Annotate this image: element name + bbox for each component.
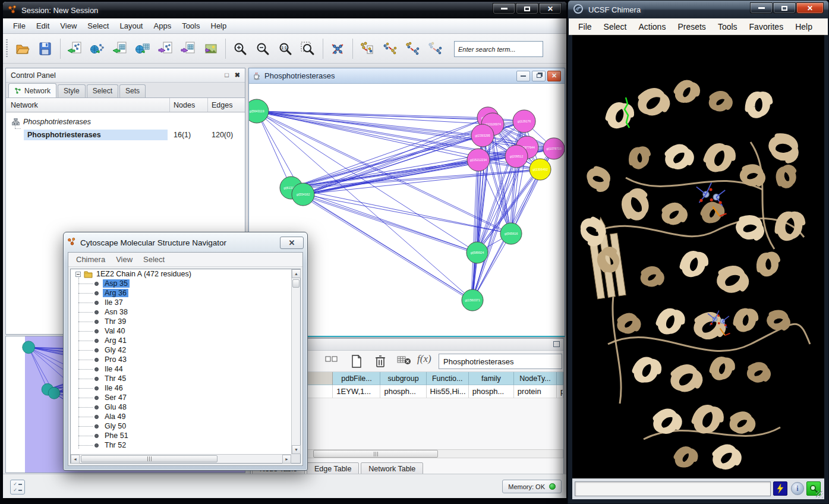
select-columns-icon[interactable] xyxy=(325,355,338,363)
open-file-icon[interactable] xyxy=(14,40,31,58)
chain-root-row[interactable]: 1EZ2 Chain A (472 residues) xyxy=(71,269,291,279)
residue-row[interactable]: Phe 51 xyxy=(71,431,291,440)
chimera-command-input[interactable] xyxy=(575,481,771,496)
residue-row[interactable]: Glu 48 xyxy=(71,402,291,412)
table-cell-6[interactable]: p xyxy=(557,385,563,398)
chimera-close-button[interactable]: ✕ xyxy=(796,2,824,14)
dialog-menu-view[interactable]: View xyxy=(111,253,138,266)
residue-row[interactable]: Ile 37 xyxy=(71,298,291,307)
tab-network-table[interactable]: Network Table xyxy=(361,462,423,475)
column-nodes[interactable]: Nodes xyxy=(170,98,208,112)
graph-edge[interactable] xyxy=(257,111,488,118)
residue-row[interactable]: Arg 41 xyxy=(71,336,291,345)
table-cell-3[interactable]: His55,Hi... xyxy=(427,385,469,398)
residue-tree-viewport[interactable]: 1EZ2 Chain A (472 residues) Asp 35Arg 36… xyxy=(71,269,291,454)
table-cell-1[interactable]: 1EYW,1... xyxy=(333,385,380,398)
chimera-menu-help[interactable]: Help xyxy=(789,18,818,34)
chimera-menu-select[interactable]: Select xyxy=(598,18,633,34)
residue-row[interactable]: Asn 38 xyxy=(71,307,291,317)
residue-vscrollbar[interactable]: ▲ ▼ xyxy=(291,269,300,454)
tab-select[interactable]: Select xyxy=(87,84,118,97)
table-column-4[interactable]: family xyxy=(469,372,514,385)
cy-menu-tools[interactable]: Tools xyxy=(176,18,205,33)
residue-row[interactable]: Thr 45 xyxy=(71,374,291,383)
frame-restore-icon[interactable] xyxy=(532,71,546,81)
minimize-button[interactable] xyxy=(493,3,515,14)
dialog-close-button[interactable]: ✕ xyxy=(280,237,304,249)
table-selector[interactable]: Phosphotriesterases xyxy=(439,354,562,369)
delete-columns-icon[interactable] xyxy=(374,355,386,368)
show-all-icon[interactable] xyxy=(426,40,444,58)
tree-collapse-icon[interactable] xyxy=(75,272,81,277)
network-view-titlebar[interactable]: Phosphotriesterases ✕ xyxy=(249,68,565,84)
hscroll-thumb[interactable] xyxy=(81,455,218,462)
frame-minimize-icon[interactable] xyxy=(516,71,530,81)
chimera-titlebar[interactable]: UCSF Chimera ✕ xyxy=(568,1,828,18)
export-network-icon[interactable] xyxy=(156,40,174,58)
create-column-icon[interactable] xyxy=(351,355,363,368)
residue-row[interactable]: Asp 35 xyxy=(71,279,291,288)
graph-edge[interactable] xyxy=(257,111,493,124)
panel-toggle-button[interactable]: ✓ ✓ xyxy=(10,480,25,494)
graph-edge[interactable] xyxy=(257,111,291,188)
select-from-file-icon[interactable] xyxy=(381,40,399,58)
chimera-maximize-button[interactable] xyxy=(773,2,796,14)
float-panel-icon[interactable]: □ xyxy=(225,71,229,79)
chimera-menu-tools[interactable]: Tools xyxy=(712,18,743,34)
toolbar-grip[interactable] xyxy=(6,39,8,58)
resize-grip[interactable] xyxy=(816,491,823,498)
chimera-3d-viewport[interactable] xyxy=(572,35,824,478)
cy-menu-layout[interactable]: Layout xyxy=(114,18,148,33)
cy-menu-help[interactable]: Help xyxy=(206,18,232,33)
memory-status-button[interactable]: Memory: OK xyxy=(502,480,562,493)
table-column-3[interactable]: Functio... xyxy=(427,372,469,385)
residue-row[interactable]: Ile 44 xyxy=(71,364,291,374)
cy-menu-select[interactable]: Select xyxy=(82,18,114,33)
table-cell-2[interactable]: phosph... xyxy=(380,385,426,398)
delete-table-icon[interactable] xyxy=(397,355,411,366)
import-table-file-icon[interactable] xyxy=(111,40,129,58)
cy-menu-file[interactable]: File xyxy=(8,18,31,33)
residue-row[interactable]: Ile 46 xyxy=(71,383,291,393)
import-table-database-icon[interactable] xyxy=(134,40,152,58)
zoom-out-icon[interactable] xyxy=(254,40,272,58)
chimera-menu-file[interactable]: File xyxy=(572,18,598,34)
zoom-in-icon[interactable] xyxy=(231,40,249,58)
residue-row[interactable]: Gly 42 xyxy=(71,345,291,355)
hide-selected-icon[interactable] xyxy=(404,40,421,58)
import-network-file-icon[interactable] xyxy=(66,40,84,58)
graph-edge[interactable] xyxy=(257,112,483,137)
dialog-menu-chimera[interactable]: Chimera xyxy=(71,253,111,266)
dialog-menu-select[interactable]: Select xyxy=(138,253,170,266)
chimera-menu-favorites[interactable]: Favorites xyxy=(743,18,790,34)
residue-row[interactable]: Val 40 xyxy=(71,326,291,336)
tab-edge-table[interactable]: Edge Table xyxy=(307,462,359,475)
tab-sets[interactable]: Sets xyxy=(119,84,146,97)
residue-hscrollbar[interactable]: ◄ ► xyxy=(71,454,291,463)
frame-close-icon[interactable]: ✕ xyxy=(547,71,561,81)
chimera-menu-presets[interactable]: Presets xyxy=(672,18,711,34)
tab-network[interactable]: Network xyxy=(8,83,56,97)
residue-row[interactable]: Thr 39 xyxy=(71,317,291,326)
residue-row[interactable]: Ala 49 xyxy=(71,412,291,421)
zoom-actual-size-icon[interactable]: 1:1 xyxy=(276,40,294,58)
scroll-right-icon[interactable]: ► xyxy=(282,455,291,464)
graph-edge[interactable] xyxy=(291,136,483,188)
zoom-fit-selected-icon[interactable] xyxy=(299,40,317,58)
cy-menu-edit[interactable]: Edit xyxy=(31,18,55,33)
close-button[interactable]: ✕ xyxy=(539,3,562,14)
float-frame-icon[interactable] xyxy=(553,341,560,347)
column-network[interactable]: Network xyxy=(6,98,170,112)
column-edges[interactable]: Edges xyxy=(208,98,245,112)
status-info-icon[interactable]: i xyxy=(791,482,804,495)
chimera-menu-actions[interactable]: Actions xyxy=(632,18,672,34)
residue-row[interactable]: Pro 43 xyxy=(71,355,291,364)
scroll-down-icon[interactable]: ▼ xyxy=(292,445,301,454)
scroll-up-icon[interactable]: ▲ xyxy=(292,269,301,278)
graph-edge[interactable] xyxy=(303,194,477,253)
residue-row[interactable]: Ser 47 xyxy=(71,393,291,402)
network-collection-row[interactable]: Phosphotriesterases xyxy=(6,115,245,128)
vscroll-thumb[interactable] xyxy=(292,279,300,288)
table-column-2[interactable]: subgroup xyxy=(380,372,426,385)
maximize-button[interactable] xyxy=(516,3,538,14)
